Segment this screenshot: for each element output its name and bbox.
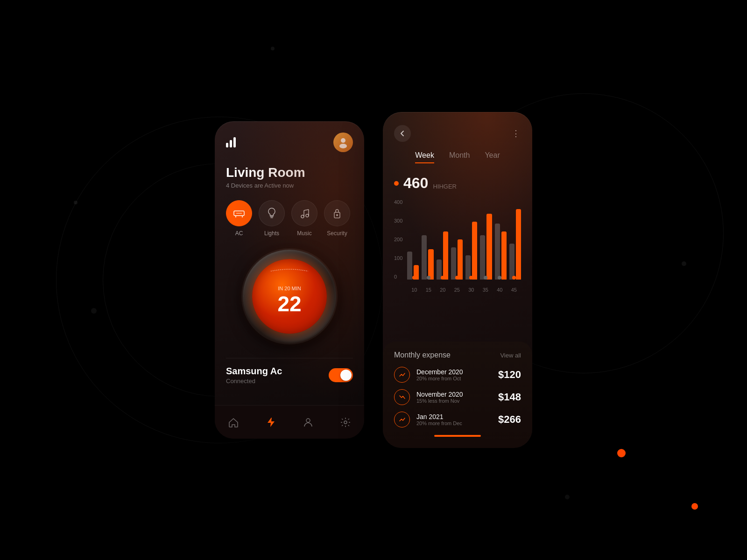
expense-change-0: 20% more from Oct	[416, 376, 492, 381]
expense-item-0: December 2020 20% more from Oct $120	[394, 367, 521, 383]
expense-info-2: Jan 2021 20% more from Dec	[416, 413, 492, 426]
music-icon-wrap	[291, 200, 317, 226]
chart-section: 460 HIHGER 400 300 200 100 0	[383, 175, 532, 293]
svg-point-1	[339, 144, 347, 148]
device-status: Connected	[226, 378, 282, 385]
device-info: Samsung Ac Connected	[226, 358, 353, 392]
svg-point-14	[336, 214, 338, 216]
music-label: Music	[297, 230, 311, 237]
security-icon-wrap	[324, 200, 350, 226]
device-btn-security[interactable]: Security	[324, 200, 350, 237]
chart-header: 460 HIHGER	[394, 175, 521, 192]
room-subtitle: 4 Devices are Active now	[226, 182, 353, 189]
device-btn-lights[interactable]: Lights	[259, 200, 285, 237]
chart-area: 400 300 200 100 0	[394, 199, 521, 293]
expense-trend-up-icon-0	[394, 367, 410, 383]
expense-amount-2: $266	[498, 413, 521, 426]
phone1-header	[226, 133, 353, 152]
phone2: ⋮ Week Month Year 460 HIHGER 400 300 200…	[383, 112, 532, 448]
chart-label: HIHGER	[433, 183, 457, 190]
nav-person[interactable]	[301, 415, 316, 430]
svg-point-8	[301, 215, 304, 218]
device-btn-ac[interactable]: AC	[226, 200, 252, 237]
view-all-link[interactable]: View all	[500, 352, 521, 359]
back-button[interactable]	[394, 125, 411, 142]
ac-icon-wrap	[226, 200, 252, 226]
expense-item-2: Jan 2021 20% more from Dec $266	[394, 412, 521, 427]
chart-x-labels: 10 15 20 25 30 35 40 45	[407, 287, 521, 293]
thermostat-temp: 22	[277, 293, 301, 315]
chart-dots-row	[407, 276, 521, 280]
lights-label: Lights	[264, 230, 279, 237]
thermostat-container: IN 20 MIN 22	[226, 250, 353, 343]
more-button[interactable]: ⋮	[512, 128, 521, 139]
expense-trend-up-icon-2	[394, 412, 410, 427]
thermostat-subtitle: IN 20 MIN	[278, 286, 301, 291]
bottom-section: Monthly expense View all December 2020 2…	[383, 342, 532, 448]
chart-bars-area	[407, 199, 521, 280]
nav-home[interactable]	[226, 415, 241, 430]
expense-info-1: November 2020 15% less from Nov	[416, 391, 492, 404]
device-name: Samsung Ac	[226, 366, 282, 377]
bottom-indicator	[434, 435, 481, 437]
phones-container: Living Room 4 Devices are Active now AC	[215, 112, 532, 448]
phone2-header: ⋮	[383, 112, 532, 142]
thermostat-outer[interactable]: IN 20 MIN 22	[243, 250, 336, 343]
nav-settings[interactable]	[338, 415, 353, 430]
expense-amount-0: $120	[498, 369, 521, 381]
svg-point-9	[306, 214, 309, 217]
expense-month-2: Jan 2021	[416, 413, 492, 420]
ac-label: AC	[235, 230, 243, 237]
chart-dot	[394, 181, 399, 186]
tab-year[interactable]: Year	[485, 151, 500, 163]
device-btn-music[interactable]: Music	[291, 200, 317, 237]
expense-change-2: 20% more from Dec	[416, 420, 492, 426]
chart-value: 460	[403, 175, 428, 192]
svg-line-12	[304, 210, 309, 210]
expense-item-1: November 2020 15% less from Nov $148	[394, 389, 521, 405]
avatar[interactable]	[333, 133, 353, 152]
tab-week[interactable]: Week	[415, 151, 434, 163]
nav-lightning[interactable]	[263, 415, 278, 430]
expense-info-0: December 2020 20% more from Oct	[416, 368, 492, 381]
expense-header: Monthly expense View all	[394, 351, 521, 359]
expense-amount-1: $148	[498, 391, 521, 403]
svg-point-0	[341, 138, 345, 143]
bottom-nav	[215, 405, 364, 439]
device-buttons: AC Lights	[226, 200, 353, 237]
expense-trend-down-icon-1	[394, 389, 410, 405]
tab-month[interactable]: Month	[449, 151, 470, 163]
expense-month-0: December 2020	[416, 368, 492, 376]
expense-change-1: 15% less from Nov	[416, 398, 492, 404]
phone1: Living Room 4 Devices are Active now AC	[215, 121, 364, 439]
expense-month-1: November 2020	[416, 391, 492, 398]
tabs: Week Month Year	[383, 151, 532, 163]
thermostat-inner: IN 20 MIN 22	[252, 259, 327, 334]
chart-y-labels: 400 300 200 100 0	[394, 199, 402, 280]
room-title: Living Room	[226, 165, 353, 180]
svg-point-15	[306, 419, 310, 422]
security-label: Security	[327, 230, 347, 237]
expense-title: Monthly expense	[394, 351, 451, 359]
power-toggle[interactable]	[329, 368, 353, 382]
signal-icon	[226, 137, 236, 147]
lights-icon-wrap	[259, 200, 285, 226]
svg-point-16	[344, 421, 347, 424]
